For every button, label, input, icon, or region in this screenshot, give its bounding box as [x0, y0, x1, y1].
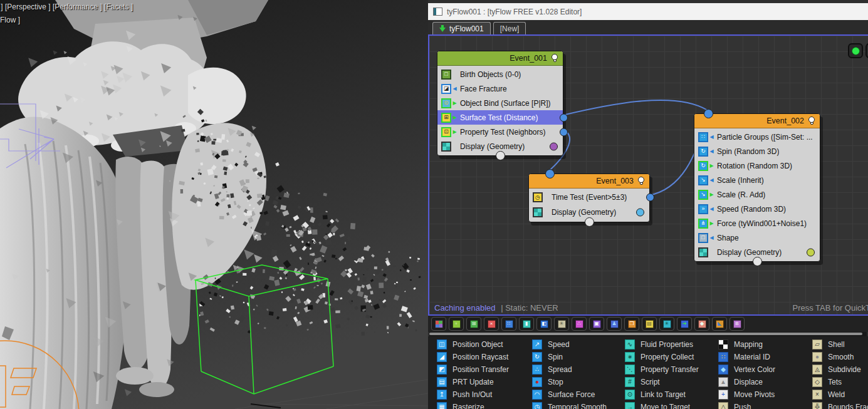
orange-paint-tab[interactable]: ◣	[712, 317, 727, 331]
depot-position-transfer[interactable]: ◩Position Transfer	[437, 363, 509, 376]
red-x-tab[interactable]: ×	[484, 317, 499, 331]
viewport-label-line2[interactable]: yFlow ]	[0, 16, 20, 24]
event-node-event-002[interactable]: Event_002∷◀Particle Groups ([Sim-Set: ..…	[694, 113, 820, 262]
depot-spread[interactable]: ∴Spread	[532, 363, 607, 376]
op-output-connector[interactable]	[550, 142, 558, 150]
teal-spider-tab[interactable]: ✳	[659, 317, 674, 331]
depot-vertex-color[interactable]: ◆Vertex Color	[718, 363, 775, 376]
tab-new[interactable]: [New]	[493, 22, 526, 34]
depot-push[interactable]: △Push	[718, 401, 775, 409]
op-property-test-neighbors[interactable]: ⊡▶Property Test (Neighbors)	[437, 125, 563, 139]
window-titlebar[interactable]: tyFlow001 : [tyFlow FREE v1.028 Editor]	[428, 3, 868, 20]
bulb-icon[interactable]	[638, 177, 645, 186]
depot-horizontal-scrollbar[interactable]	[429, 332, 867, 336]
event-node-event-003[interactable]: Event_003◷Time Test (Event>5±3)Display (…	[528, 173, 650, 222]
viewport-label-line1[interactable]: - ] [Perspective ] [Performance ] [Facet…	[0, 3, 133, 11]
mapping-icon	[718, 339, 728, 349]
depot-position-object[interactable]: ◫Position Object	[437, 338, 509, 351]
event-header[interactable]: Event_001	[437, 51, 563, 66]
op-output-connector[interactable]	[560, 128, 568, 136]
op-object-bind-surface-p-r[interactable]: ⊙▶Object Bind (Surface [P|R])	[437, 96, 563, 110]
op-scale-r-add[interactable]: ↘▶Scale (R. Add)	[694, 187, 820, 202]
clipped-edge-button[interactable]	[865, 43, 868, 58]
op-speed-random-3d[interactable]: »◀Speed (Random 3D)	[694, 202, 820, 216]
violet-b-icon: B	[733, 320, 741, 328]
salmon-diamond-tab[interactable]: ◆	[694, 317, 709, 331]
depot-link-to-target[interactable]: ⊙Link to Target	[625, 388, 699, 401]
depot-displace[interactable]: ▲Displace	[718, 376, 775, 388]
node-graph-area[interactable]: Event_001□Birth Objects (0-0)◪◀Face Frac…	[428, 34, 868, 316]
orange-cube-tab[interactable]: ❒	[624, 317, 639, 331]
depot-item-label: Push In/Out	[452, 390, 492, 399]
green-pattern-tab[interactable]: ⊞	[466, 317, 481, 331]
op-output-connector[interactable]	[807, 248, 815, 256]
depot-smooth[interactable]: ●Smooth	[812, 351, 868, 363]
green-arrow-tab[interactable]: ➔	[677, 317, 692, 331]
event-input-connector[interactable]	[704, 109, 713, 118]
op-particle-groups-sim-set[interactable]: ∷◀Particle Groups ([Sim-Set: ...	[694, 130, 820, 144]
bulb-icon[interactable]	[808, 116, 815, 126]
depot-subdivide[interactable]: ◬Subdivide	[812, 363, 868, 376]
simulation-indicator-button[interactable]	[848, 43, 863, 58]
green-dot-tab[interactable]: ▫	[449, 317, 464, 331]
blue-dots-tab[interactable]: ∷	[501, 317, 516, 331]
op-birth-objects-0-0[interactable]: □Birth Objects (0-0)	[437, 67, 563, 81]
op-time-test-event-5-3[interactable]: ◷Time Test (Event>5±3)	[529, 190, 649, 205]
scrollbar-thumb[interactable]	[429, 333, 862, 335]
event-bottom-connector[interactable]	[496, 151, 505, 160]
yellow-script-tab[interactable]: ▤	[642, 317, 657, 331]
op-force-tywind001-noise1[interactable]: ⋔▶Force (tyWind001+Noise1)	[694, 216, 820, 230]
op-spin-random-3d[interactable]: ↻◀Spin (Random 3D)	[694, 144, 820, 158]
depot-move-pivots[interactable]: +Move Pivots	[718, 388, 775, 401]
blue-half-square-tab[interactable]: ◧	[536, 317, 552, 331]
depot-shell[interactable]: ▱Shell	[812, 338, 868, 351]
violet-b-tab[interactable]: B	[729, 317, 745, 331]
op-shape[interactable]: □◀Shape	[694, 230, 820, 245]
depot-bounds-frac[interactable]: ╬Bounds Frac	[812, 401, 868, 409]
depot-tets[interactable]: ◇Tets	[812, 376, 868, 388]
depot-script[interactable]: #Script	[625, 376, 699, 388]
depot-property-collect[interactable]: ∗Property Collect	[625, 351, 699, 363]
depot-push-in-out[interactable]: ↥Push In/Out	[437, 388, 509, 401]
max-viewport[interactable]: - ] [Perspective ] [Performance ] [Facet…	[0, 0, 428, 409]
purple-square-tab[interactable]: ▣	[589, 317, 604, 331]
depot-position-raycast[interactable]: ◢Position Raycast	[437, 351, 509, 363]
operator-icon: ⊞	[441, 113, 451, 123]
depot-fluid-properties[interactable]: ∿Fluid Properties	[625, 338, 699, 351]
magenta-dots-tab[interactable]: ∴	[572, 317, 587, 331]
depot-temporal-smooth[interactable]: ◷Temporal Smooth	[532, 401, 607, 409]
beige-sparkle-tab[interactable]: ✳	[554, 317, 569, 331]
event-input-connector[interactable]	[545, 169, 555, 179]
op-face-fracture[interactable]: ◪◀Face Fracture	[437, 81, 563, 96]
depot-move-to-target[interactable]: →Move to Target	[625, 401, 699, 409]
depot-mapping[interactable]: Mapping	[718, 338, 775, 351]
depot-weld[interactable]: ×Weld	[812, 388, 868, 401]
op-output-connector[interactable]	[646, 194, 654, 202]
depot-speed[interactable]: ↗Speed	[532, 338, 607, 351]
depot-surface-force[interactable]: ◠Surface Force	[532, 388, 607, 401]
output-notch-icon: ▶	[709, 192, 714, 197]
depot-prt-update[interactable]: ▤PRT Update	[437, 376, 509, 388]
event-bottom-connector[interactable]	[585, 217, 594, 227]
depot-property-transfer[interactable]: ⋱Property Transfer	[625, 363, 699, 376]
green-down-arrow-icon	[439, 25, 446, 32]
teal-bar-tab[interactable]: ▮	[519, 317, 534, 331]
depot-spin[interactable]: ↻Spin	[532, 351, 607, 363]
position-object-icon: ◫	[437, 339, 447, 349]
op-output-connector[interactable]	[636, 209, 644, 217]
op-output-connector[interactable]	[560, 113, 568, 122]
all-categories-tab[interactable]	[431, 317, 446, 331]
event-header[interactable]: Event_002	[694, 114, 820, 128]
depot-rasterize[interactable]: ▦Rasterize	[437, 401, 509, 409]
event-node-event-001[interactable]: Event_001□Birth Objects (0-0)◪◀Face Frac…	[437, 51, 563, 156]
bulb-icon[interactable]	[552, 54, 558, 63]
wire-surfacetest-to-event002[interactable]	[563, 100, 708, 115]
depot-material-id[interactable]: ∷Material ID	[718, 351, 775, 363]
op-scale-inherit[interactable]: ↘◀Scale (Inherit)	[694, 173, 820, 187]
op-rotation-random-3d[interactable]: ↻▶Rotation (Random 3D)	[694, 158, 820, 173]
event-bottom-connector[interactable]	[753, 257, 762, 266]
depot-stop[interactable]: ●Stop	[532, 376, 607, 388]
blue-figure-tab[interactable]: ♟	[607, 317, 622, 331]
op-surface-test-distance[interactable]: ⊞▶Surface Test (Distance)	[437, 110, 563, 125]
tab-tyflow001[interactable]: tyFlow001	[432, 22, 491, 34]
